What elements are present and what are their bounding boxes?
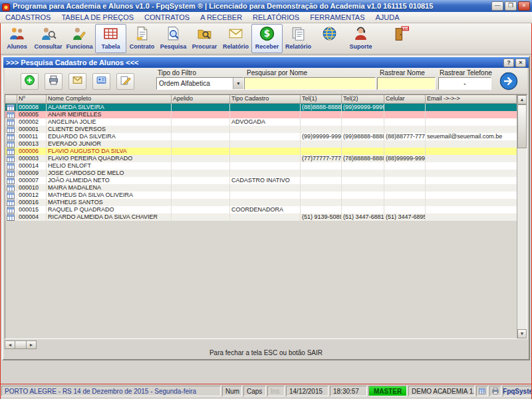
students-icon <box>9 25 25 43</box>
menu-item-tabela-de-precos[interactable]: TABELA DE PREÇOS <box>56 13 139 22</box>
table-row[interactable]: 000010MAIRA MADALENA <box>5 184 517 192</box>
horizontal-scrollbar[interactable]: ◄ ► <box>5 340 38 349</box>
scroll-up-icon[interactable]: ▲ <box>517 95 527 104</box>
cell-tel1 <box>301 162 342 170</box>
cell-email <box>426 155 517 162</box>
table-row[interactable]: 000013EVERADO JUNIOR <box>5 140 517 148</box>
table-row[interactable]: 000002ANGELINA JOLIEADVOGADA <box>5 118 517 126</box>
toolbar-button-label: Contrato <box>130 43 155 50</box>
table-row[interactable]: 000003FLAVIO PEREIRA QUADRADO(77)77777-7… <box>5 155 517 162</box>
scroll-right-icon[interactable]: ► <box>26 340 37 349</box>
menu-item-ajuda[interactable]: AJUDA <box>370 13 405 22</box>
cell-tipo: CADASTRO INATIVO <box>230 177 301 184</box>
toolbar-button-consultar[interactable]: Consultar <box>33 24 64 53</box>
toolbar-button-relatorio[interactable]: Relatório <box>220 24 251 53</box>
toolbar-button-funciona[interactable]: Funciona <box>64 24 95 53</box>
status-numlock: Num <box>222 386 242 396</box>
column-header-n[interactable]: Nº <box>17 95 47 103</box>
panel-close-button[interactable]: × <box>515 59 526 67</box>
menu-item-cadastros[interactable]: CADASTROS <box>0 13 56 22</box>
exit-icon: EXIT <box>393 25 410 43</box>
table-row[interactable]: 000006FLAVIO AUGUSTO DA SILVA <box>5 148 517 155</box>
window-title: Programa para Academia e Alunos v1.0 - F… <box>13 2 490 10</box>
printer-icon[interactable] <box>489 386 501 396</box>
filter-type-select[interactable]: Ordem Alfabetica ▼ <box>156 77 244 90</box>
track-name-input[interactable] <box>377 77 436 90</box>
toolbar-button-globe-icon[interactable] <box>314 24 345 53</box>
panel-title-bar: >>> Pesquisa Cadastro de Alunos <<< ? × <box>3 57 529 68</box>
toolbar-button-alunos[interactable]: Alunos <box>1 24 33 53</box>
toolbar-button-pesquisa[interactable]: Pesquisa <box>158 24 189 53</box>
menu-item-relatorios[interactable]: RELATÓRIOS <box>247 13 305 22</box>
grid-body: 000008ALAMEDA SILVEIRA(88)8888-8888(99)9… <box>5 104 517 221</box>
cell-tel1: (99)99999-9999 <box>301 133 342 140</box>
table-row[interactable]: 000009JOSE CARDOSO DE MELO <box>5 170 517 177</box>
column-header-tipo-cadastro[interactable]: Tipo Cadastro <box>230 95 301 103</box>
column-header-celular[interactable]: Celular <box>384 95 426 103</box>
go-search-button[interactable] <box>499 72 518 90</box>
table-row[interactable]: 000005ANAIR MEIRELLES <box>5 111 517 118</box>
search-name-input[interactable] <box>244 77 376 90</box>
table-row[interactable]: 000004RICARDO ALMEIDA DA SILVA CHAVIER(5… <box>5 213 517 221</box>
table-row[interactable]: 000016MATHEUS SANTOS <box>5 199 517 206</box>
toolbar-button-label: Consultar <box>34 43 62 50</box>
quick-add-button[interactable] <box>21 73 39 90</box>
table-row[interactable]: 000001CLIENTE DIVERSOS <box>5 126 517 133</box>
cell-apelido <box>172 104 230 111</box>
cell-tipo <box>230 192 301 199</box>
toolbar-button-label: Funciona <box>66 43 93 50</box>
menu-item-a-receber[interactable]: A RECEBER <box>195 13 247 22</box>
table-row[interactable]: 000011EDUARDO DA SILVEIRA(99)99999-9999(… <box>5 133 517 140</box>
cell-nome: ALAMEDA SILVEIRA <box>47 104 172 111</box>
hscroll-thumb[interactable] <box>15 340 26 349</box>
column-header-email[interactable]: Email ->->-> <box>426 95 517 103</box>
report2-icon <box>290 25 307 43</box>
table-row[interactable]: 000015RAQUEL P QUADRADOCOORDENADORA <box>5 206 517 213</box>
menu-item-ferramentas[interactable]: FERRAMENTAS <box>305 13 370 22</box>
table-row[interactable]: 000014HELIO ENLOFT <box>5 162 517 170</box>
vertical-scrollbar[interactable]: ▲ ▼ <box>517 95 527 338</box>
toolbar-button-suporte[interactable]: Suporte <box>345 24 376 53</box>
toolbar-button-contrato[interactable]: Contrato <box>126 24 158 53</box>
table-row[interactable]: 000008ALAMEDA SILVEIRA(88)8888-8888(99)9… <box>5 104 517 111</box>
toolbar-button-label: Procurar <box>192 43 217 50</box>
cell-apelido <box>172 140 230 148</box>
column-header-nome-completo[interactable]: Nome Completo <box>47 95 172 103</box>
edit-icon <box>120 74 131 88</box>
status-user-badge: MASTER <box>368 386 407 396</box>
column-header-tel-1[interactable]: Tel(1) <box>301 95 342 103</box>
track-phone-input[interactable] <box>438 77 491 90</box>
toolbar-button-relatorio[interactable]: Relatório <box>283 24 314 53</box>
cell-celular <box>384 104 426 111</box>
search-students-panel: >>> Pesquisa Cadastro de Alunos <<< ? × … <box>2 56 530 360</box>
column-header-tel-2[interactable]: Tel(2) <box>342 95 384 103</box>
grid-icon[interactable] <box>476 386 488 396</box>
svg-text:$: $ <box>264 28 270 39</box>
minimize-button[interactable]: — <box>491 1 503 11</box>
quick-card-button[interactable] <box>92 73 110 90</box>
status-bar: PORTO ALEGRE - RS 14 de Dezembro de 2015… <box>0 385 532 397</box>
table-row[interactable]: 000012MATHEUS DA SILVA OLIVEIRA <box>5 192 517 199</box>
cell-apelido <box>172 118 230 126</box>
cell-celular <box>384 170 426 177</box>
column-header-apelido[interactable]: Apelido <box>172 95 230 103</box>
toolbar-button-receber[interactable]: $Receber <box>251 24 283 53</box>
toolbar-button-exit-icon[interactable]: EXIT <box>386 24 417 53</box>
quick-mail-button[interactable] <box>68 73 86 90</box>
maximize-button[interactable]: ❐ <box>505 1 517 11</box>
scroll-left-icon[interactable]: ◄ <box>5 340 15 349</box>
menu-item-contratos[interactable]: CONTRATOS <box>139 13 195 22</box>
toolbar-button-procurar[interactable]: Procurar <box>189 24 220 53</box>
record-icon <box>5 155 17 162</box>
cell-celular <box>384 118 426 126</box>
panel-help-button[interactable]: ? <box>503 59 514 67</box>
scroll-down-icon[interactable]: ▼ <box>517 329 527 338</box>
quick-edit-button[interactable] <box>116 73 134 90</box>
quick-print-button[interactable] <box>45 73 63 90</box>
record-icon <box>5 184 17 192</box>
chevron-down-icon[interactable]: ▼ <box>233 78 243 89</box>
close-button[interactable]: × <box>518 1 530 11</box>
table-row[interactable]: 000007JOÃO ALMEIDA NETOCADASTRO INATIVO <box>5 177 517 184</box>
scroll-thumb[interactable] <box>517 104 527 148</box>
toolbar-button-tabela[interactable]: Tabela <box>95 24 126 53</box>
